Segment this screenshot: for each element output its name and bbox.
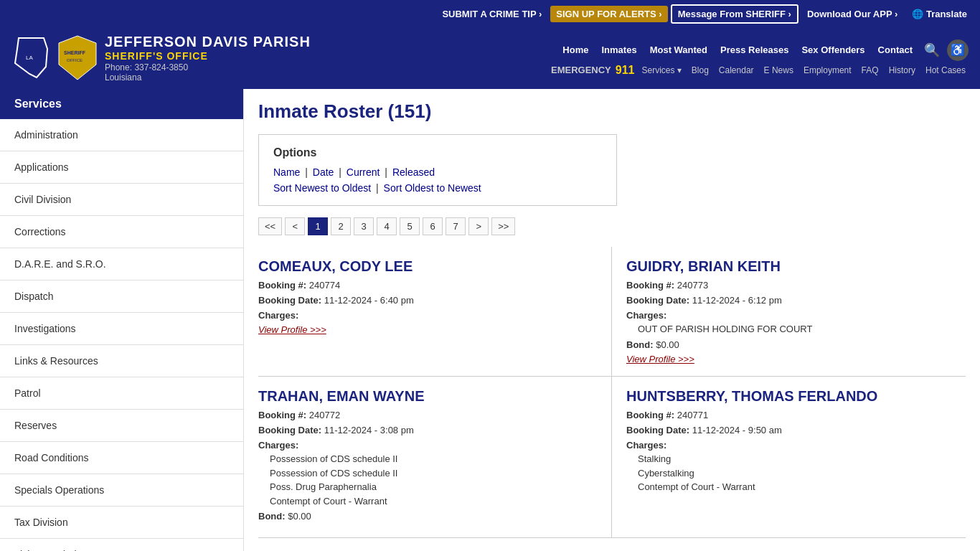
pagination-page-7[interactable]: 7 (446, 217, 466, 235)
submit-crime-tip[interactable]: SUBMIT A CRIME TIP › (436, 6, 547, 22)
sidebar-item-tax-division[interactable]: Tax Division (0, 507, 243, 539)
sort-links: Sort Newest to Oldest | Sort Oldest to N… (273, 182, 602, 194)
nav-blog[interactable]: Blog (689, 64, 712, 77)
site-header: LA SHERIFF OFFICE JEFFERSON DAVIS PARISH… (0, 27, 980, 89)
inmate-booking-num-huntsberry: Booking #: 240771 (626, 409, 951, 422)
sidebar-title: Services (0, 89, 243, 119)
inmate-booking-date-guidry: Booking Date: 11-12-2024 - 6:12 pm (626, 294, 951, 307)
inmate-booking-date-comeaux: Booking Date: 11-12-2024 - 6:40 pm (258, 294, 597, 307)
nav-sex-offenders[interactable]: Sex Offenders (797, 42, 869, 58)
sidebar-item-links-resources[interactable]: Links & Resources (0, 345, 243, 377)
charges-list-trahan: Possession of CDS schedule II Possession… (258, 452, 597, 508)
inmate-name-trahan[interactable]: TRAHAN, EMAN WAYNE (258, 388, 597, 405)
charges-list-huntsberry: Stalking Cyberstalking Contempt of Court… (626, 452, 951, 494)
sidebar-item-patrol[interactable]: Patrol (0, 377, 243, 410)
sidebar-item-corrections[interactable]: Corrections (0, 216, 243, 248)
sidebar: Services Administration Applications Civ… (0, 89, 244, 551)
pagination-page-2[interactable]: 2 (331, 217, 351, 235)
sidebar-item-civil-division[interactable]: Civil Division (0, 184, 243, 216)
main-nav: Home Inmates Most Wanted Press Releases … (558, 39, 969, 61)
nav-contact[interactable]: Contact (874, 42, 917, 58)
sidebar-item-reserves[interactable]: Reserves (0, 410, 243, 442)
phone-number: Phone: 337-824-3850 (105, 62, 311, 72)
accessibility-icon[interactable]: ♿ (947, 39, 969, 61)
download-app[interactable]: Download Our APP › (801, 6, 903, 22)
inmate-booking-num-comeaux: Booking #: 240774 (258, 279, 597, 292)
nav-services[interactable]: Services ▾ (639, 64, 684, 77)
search-icon[interactable]: 🔍 (921, 39, 943, 61)
inmate-name-huntsberry[interactable]: HUNTSBERRY, THOMAS FERLANDO (626, 388, 951, 405)
inmate-card-huntsberry: HUNTSBERRY, THOMAS FERLANDO Booking #: 2… (612, 377, 966, 538)
sheriff-badge-icon: SHERIFF OFFICE (58, 34, 98, 81)
pagination-page-4[interactable]: 4 (377, 217, 397, 235)
sidebar-item-specials-operations[interactable]: Specials Operations (0, 474, 243, 507)
page-body: Services Administration Applications Civ… (0, 89, 980, 551)
secondary-nav: EMERGENCY 911 Services ▾ Blog Calendar E… (551, 64, 969, 77)
sign-up-alerts[interactable]: SIGN UP FOR ALERTS › (550, 6, 667, 22)
louisiana-map-icon: LA (11, 34, 51, 81)
charges-list-guidry: OUT OF PARISH HOLDING FOR COURT (626, 322, 951, 336)
filter-links: Name | Date | Current | Released (273, 166, 602, 178)
nav-calendar[interactable]: Calendar (716, 64, 757, 77)
inmate-name-comeaux[interactable]: COMEAUX, CODY LEE (258, 258, 597, 275)
pagination: << < 1 2 3 4 5 6 7 > >> (258, 217, 966, 235)
inmate-name-guidry[interactable]: GUIDRY, BRIAN KEITH (626, 258, 951, 275)
svg-text:SHERIFF: SHERIFF (64, 50, 86, 55)
nav-most-wanted[interactable]: Most Wanted (646, 42, 712, 58)
pagination-page-6[interactable]: 6 (423, 217, 443, 235)
options-title: Options (273, 146, 602, 159)
pagination-prev[interactable]: < (285, 217, 305, 235)
office-name: SHERIFF'S OFFICE (105, 50, 311, 62)
emergency-911: 911 (616, 64, 635, 77)
view-profile-guidry[interactable]: View Profile >>> (626, 354, 951, 364)
top-bar: SUBMIT A CRIME TIP › SIGN UP FOR ALERTS … (0, 0, 980, 27)
inmate-card-guidry: GUIDRY, BRIAN KEITH Booking #: 240773 Bo… (612, 247, 966, 377)
pagination-page-3[interactable]: 3 (354, 217, 374, 235)
sort-newest[interactable]: Sort Newest to Oldest (273, 182, 371, 194)
nav-press-releases[interactable]: Press Releases (716, 42, 793, 58)
pagination-last[interactable]: >> (491, 217, 515, 235)
translate-btn[interactable]: 🌐 Translate (906, 6, 973, 22)
sidebar-item-tickets-fines[interactable]: Tickets and Fines (0, 539, 243, 551)
state-label: Louisiana (105, 72, 311, 83)
message-sheriff[interactable]: Message From SHERIFF › (671, 4, 798, 24)
nav-right: Home Inmates Most Wanted Press Releases … (322, 39, 969, 77)
pagination-next[interactable]: > (468, 217, 489, 235)
sidebar-item-administration[interactable]: Administration (0, 119, 243, 151)
nav-enews[interactable]: E News (761, 64, 796, 77)
logo-area: LA SHERIFF OFFICE JEFFERSON DAVIS PARISH… (11, 33, 311, 83)
pagination-page-1[interactable]: 1 (308, 217, 328, 235)
pagination-page-5[interactable]: 5 (400, 217, 420, 235)
inmate-booking-num-trahan: Booking #: 240772 (258, 409, 597, 422)
sidebar-item-dare[interactable]: D.A.R.E. and S.R.O. (0, 248, 243, 281)
inmate-card-comeaux: COMEAUX, CODY LEE Booking #: 240774 Book… (258, 247, 612, 377)
nav-history[interactable]: History (886, 64, 918, 77)
nav-faq[interactable]: FAQ (859, 64, 882, 77)
inmate-charges-trahan: Charges: Possession of CDS schedule II P… (258, 439, 597, 508)
page-title: Inmate Roster (151) (258, 100, 966, 123)
sidebar-item-investigations[interactable]: Investigations (0, 313, 243, 345)
nav-inmates[interactable]: Inmates (597, 42, 641, 58)
inmate-booking-date-huntsberry: Booking Date: 11-12-2024 - 9:50 am (626, 424, 951, 437)
filter-released[interactable]: Released (392, 166, 435, 178)
inmate-charges-comeaux: Charges: (258, 309, 597, 322)
inmate-booking-date-trahan: Booking Date: 11-12-2024 - 3:08 pm (258, 424, 597, 437)
nav-employment[interactable]: Employment (801, 64, 854, 77)
nav-home[interactable]: Home (558, 42, 593, 58)
parish-name: JEFFERSON DAVIS PARISH (105, 33, 311, 50)
svg-text:LA: LA (26, 55, 33, 61)
emergency-label: EMERGENCY (551, 65, 611, 75)
inmate-bond-trahan: Bond: $0.00 (258, 510, 597, 523)
filter-name[interactable]: Name (273, 166, 300, 178)
view-profile-comeaux[interactable]: View Profile >>> (258, 324, 597, 335)
sidebar-item-applications[interactable]: Applications (0, 151, 243, 184)
main-content: Inmate Roster (151) Options Name | Date … (244, 89, 980, 551)
pagination-first[interactable]: << (258, 217, 282, 235)
filter-date[interactable]: Date (313, 166, 334, 178)
nav-hot-cases[interactable]: Hot Cases (923, 64, 969, 77)
inmate-charges-huntsberry: Charges: Stalking Cyberstalking Contempt… (626, 439, 951, 494)
sidebar-item-dispatch[interactable]: Dispatch (0, 281, 243, 313)
sidebar-item-road-conditions[interactable]: Road Conditions (0, 442, 243, 474)
filter-current[interactable]: Current (347, 166, 380, 178)
sort-oldest[interactable]: Sort Oldest to Newest (384, 182, 481, 194)
